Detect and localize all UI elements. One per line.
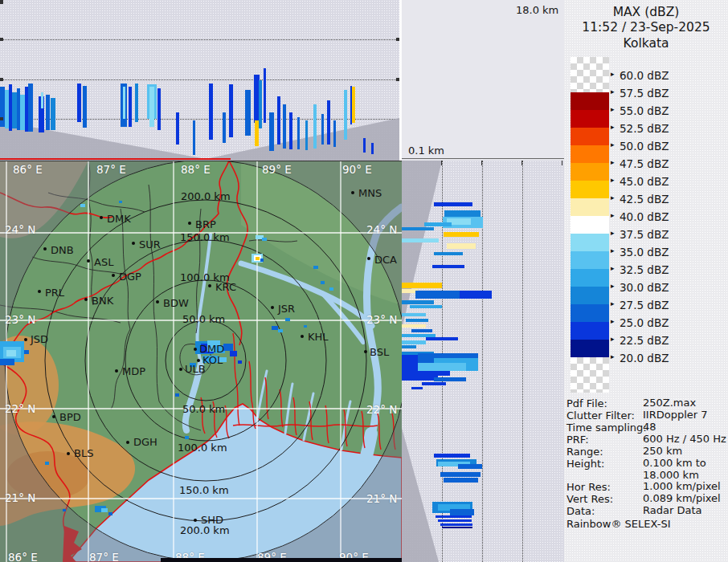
echo-bar <box>410 305 442 308</box>
echo-bar <box>402 313 426 316</box>
latitude-label: 23° N <box>5 313 35 326</box>
echo-bar <box>176 112 179 145</box>
metadata-label: Vert Res: <box>566 493 613 505</box>
metadata-label: Hor Res: <box>566 481 611 493</box>
echo-bar <box>460 291 492 299</box>
echo-bar <box>264 68 266 123</box>
axis-tick <box>562 161 562 165</box>
height-axis-min-label: 0.1 km <box>408 145 444 157</box>
echo-bar <box>402 376 438 381</box>
echo-bar <box>442 527 472 528</box>
echo-bar <box>209 83 213 140</box>
metadata-value: 250 km <box>643 446 726 458</box>
software-credit: Rainbow® SELEX-SI <box>566 518 671 530</box>
axis-corner-area: 18.0 km 0.1 km <box>399 0 564 161</box>
echo-bar <box>402 340 426 344</box>
echo-bar <box>333 120 336 147</box>
metadata-value: 1.000 km/pixel <box>643 481 726 493</box>
radar-map-panel: DMKSURDNBASLDGPPRLBNKBDWBRPKRCMNSDCAJSRK… <box>0 161 402 562</box>
echo-bar <box>327 100 330 145</box>
echo-bar <box>283 104 286 149</box>
axis-tick <box>0 38 3 41</box>
echo-bar <box>344 90 347 140</box>
echo-bar <box>426 337 458 340</box>
echo-bar <box>51 98 55 130</box>
echo-bar <box>411 387 423 389</box>
echo-bar <box>321 114 324 145</box>
legend-panel: MAX (dBZ) 11:52 / 23-Sep-2025 Kolkata ▸6… <box>564 0 728 562</box>
longitude-label: 87° E <box>89 551 119 562</box>
echo-bar <box>135 83 138 122</box>
echo-bar <box>434 377 466 381</box>
echo-bar <box>434 454 470 458</box>
radar-display-window: 18.0 km 0.1 km <box>0 0 728 562</box>
height-axis-max-label: 18.0 km <box>516 4 558 16</box>
longitude-label: 89° E <box>262 163 292 176</box>
echo-bar <box>313 104 317 149</box>
axis-tick <box>0 117 3 120</box>
echo-bar <box>402 324 426 328</box>
echo-bar <box>402 283 442 288</box>
metadata-value: 250Z.max <box>643 397 726 409</box>
echo-bar <box>363 138 366 153</box>
echo-bar <box>223 112 226 143</box>
longitude-label: 86° E <box>8 551 38 562</box>
echo-bar <box>402 300 434 304</box>
echo-bar <box>77 83 81 122</box>
echo-bar <box>123 87 125 119</box>
right-cross-section-panel <box>402 161 564 562</box>
echo-bar <box>149 87 154 127</box>
echo-bar <box>444 232 479 237</box>
longitude-label: 86° E <box>13 163 43 176</box>
echo-bar <box>83 86 87 128</box>
echo-bar <box>444 478 478 483</box>
axis-tick <box>0 78 3 81</box>
echo-bar <box>157 88 161 130</box>
echo-bar <box>424 222 452 226</box>
echo-bar <box>402 227 434 230</box>
echo-bar <box>352 87 355 123</box>
metadata-label: Height: <box>566 458 604 470</box>
metadata-label: Clutter Filter: <box>566 409 635 422</box>
echo-bar <box>434 252 463 255</box>
echo-bar <box>41 92 43 108</box>
metadata-value: 0.100 km to 18.000 km <box>643 458 726 481</box>
echo-bar <box>434 202 472 206</box>
top-cross-section-panel <box>0 0 399 161</box>
echo-bar <box>440 523 472 526</box>
echo-bar <box>289 112 292 149</box>
echo-bar <box>440 472 481 477</box>
metadata-label: Range: <box>566 446 603 458</box>
echo-bar <box>229 84 233 137</box>
echo-bar <box>438 519 472 522</box>
metadata-label: Data: <box>566 505 595 517</box>
echo-bar <box>411 329 432 332</box>
echo-bar <box>402 238 439 242</box>
axis-tick <box>481 161 482 165</box>
echo-bar <box>245 90 251 136</box>
echo-bar <box>129 87 132 127</box>
metadata-list: Pdf File:250Z.maxClutter Filter:IIRDoppl… <box>564 0 728 562</box>
latitude-label: 21° N <box>5 491 35 504</box>
axis-tick <box>441 161 442 165</box>
echo-bar <box>28 83 33 132</box>
echo-bar <box>458 464 482 469</box>
echo-bar <box>406 319 428 322</box>
echo-bar <box>422 382 446 385</box>
longitude-label: 88° E <box>181 163 211 176</box>
latitude-label: 24° N <box>5 223 35 236</box>
echo-bar <box>259 80 262 128</box>
metadata-value: 48 <box>643 422 726 434</box>
latitude-label: 22° N <box>5 402 35 415</box>
latitude-label: 23° N <box>366 313 397 326</box>
echo-bar <box>402 345 416 348</box>
metadata-value: 600 Hz / 450 Hz <box>643 434 726 446</box>
latitude-label: 24° N <box>366 223 397 236</box>
echo-bar <box>432 265 464 268</box>
longitude-label: 87° E <box>96 163 126 176</box>
metadata-label: Time sampling: <box>566 422 647 434</box>
graticule-label-layer: 86° E87° E88° E89° E90° E86° E87° E88° E… <box>0 161 402 562</box>
echo-bar <box>436 515 472 518</box>
echo-bar <box>418 363 466 371</box>
axis-tick <box>521 161 522 165</box>
